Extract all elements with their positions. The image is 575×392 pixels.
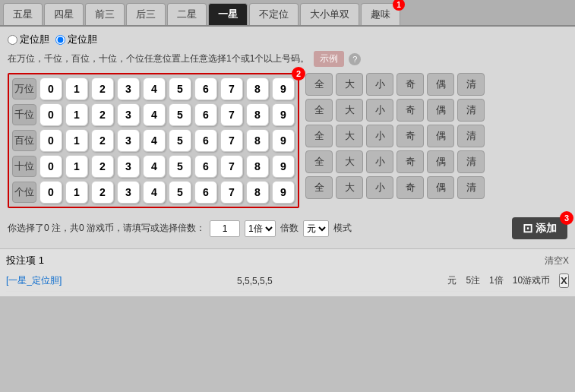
gewei-9[interactable]: 9 <box>272 181 295 204</box>
qianwei-small[interactable]: 小 <box>366 99 393 122</box>
shiwei-1[interactable]: 1 <box>65 155 88 178</box>
tab-sixing[interactable]: 四星 <box>44 3 84 25</box>
gewei-small[interactable]: 小 <box>366 176 393 199</box>
shiwei-2[interactable]: 2 <box>91 155 114 178</box>
shiwei-8[interactable]: 8 <box>246 155 269 178</box>
wanwei-1[interactable]: 1 <box>65 77 88 100</box>
wanwei-3[interactable]: 3 <box>117 77 140 100</box>
tab-yixing[interactable]: 一星 <box>208 3 248 25</box>
shiwei-7[interactable]: 7 <box>220 155 243 178</box>
gewei-odd[interactable]: 奇 <box>396 176 424 199</box>
baiwei-0[interactable]: 0 <box>39 129 62 152</box>
baiwei-2[interactable]: 2 <box>91 129 114 152</box>
shiwei-4[interactable]: 4 <box>143 155 166 178</box>
radio-dingweidan1[interactable]: 定位胆 <box>8 33 49 46</box>
multiplier-input[interactable] <box>210 220 240 237</box>
gewei-clear[interactable]: 清 <box>457 176 485 199</box>
shiwei-small[interactable]: 小 <box>366 150 393 173</box>
qianwei-5[interactable]: 5 <box>169 103 191 126</box>
tab-housan[interactable]: 后三 <box>126 3 166 25</box>
qianwei-odd[interactable]: 奇 <box>396 99 424 122</box>
help-icon[interactable]: ? <box>349 53 361 65</box>
shiwei-all[interactable]: 全 <box>305 150 333 173</box>
add-button[interactable]: ⊡ 添加 <box>512 217 567 239</box>
tab-wuxing[interactable]: 五星 <box>3 3 43 25</box>
qianwei-2[interactable]: 2 <box>91 103 114 126</box>
shiwei-clear[interactable]: 清 <box>457 150 485 173</box>
shiwei-odd[interactable]: 奇 <box>396 150 424 173</box>
qianwei-3[interactable]: 3 <box>117 103 140 126</box>
qianwei-7[interactable]: 7 <box>220 103 243 126</box>
gewei-0[interactable]: 0 <box>39 181 62 204</box>
wanwei-4[interactable]: 4 <box>143 77 166 100</box>
gewei-5[interactable]: 5 <box>169 181 191 204</box>
baiwei-9[interactable]: 9 <box>272 129 295 152</box>
qianwei-9[interactable]: 9 <box>272 103 295 126</box>
tab-budingwei[interactable]: 不定位 <box>249 3 299 25</box>
wanwei-big[interactable]: 大 <box>336 73 363 96</box>
baiwei-all[interactable]: 全 <box>305 125 333 147</box>
bet-delete-button[interactable]: X <box>559 273 569 288</box>
wanwei-5[interactable]: 5 <box>169 77 191 100</box>
baiwei-8[interactable]: 8 <box>246 129 269 152</box>
shiwei-even[interactable]: 偶 <box>427 150 454 173</box>
qianwei-0[interactable]: 0 <box>39 103 62 126</box>
tab-erxing[interactable]: 二星 <box>167 3 207 25</box>
qianwei-1[interactable]: 1 <box>65 103 88 126</box>
currency-select[interactable]: 元 <box>303 220 329 237</box>
wanwei-7[interactable]: 7 <box>220 77 243 100</box>
baiwei-5[interactable]: 5 <box>169 129 191 152</box>
qianwei-big[interactable]: 大 <box>336 99 363 122</box>
gewei-all[interactable]: 全 <box>305 176 333 199</box>
baiwei-big[interactable]: 大 <box>336 125 363 147</box>
gewei-6[interactable]: 6 <box>194 181 217 204</box>
wanwei-even[interactable]: 偶 <box>427 73 454 96</box>
wanwei-odd[interactable]: 奇 <box>396 73 424 96</box>
gewei-2[interactable]: 2 <box>91 181 114 204</box>
qianwei-all[interactable]: 全 <box>305 99 333 122</box>
shiwei-big[interactable]: 大 <box>336 150 363 173</box>
baiwei-small[interactable]: 小 <box>366 125 393 147</box>
qianwei-4[interactable]: 4 <box>143 103 166 126</box>
shiwei-0[interactable]: 0 <box>39 155 62 178</box>
right-row-2: 全 大 小 奇 偶 清 <box>305 99 485 122</box>
wanwei-all[interactable]: 全 <box>305 73 333 96</box>
gewei-7[interactable]: 7 <box>220 181 243 204</box>
gewei-8[interactable]: 8 <box>246 181 269 204</box>
gewei-big[interactable]: 大 <box>336 176 363 199</box>
gewei-4[interactable]: 4 <box>143 181 166 204</box>
times-select[interactable]: 1倍 <box>245 220 276 237</box>
wanwei-9[interactable]: 9 <box>272 77 295 100</box>
shiwei-6[interactable]: 6 <box>194 155 217 178</box>
wanwei-0[interactable]: 0 <box>39 77 62 100</box>
gewei-3[interactable]: 3 <box>117 181 140 204</box>
baiwei-3[interactable]: 3 <box>117 129 140 152</box>
baiwei-6[interactable]: 6 <box>194 129 217 152</box>
shiwei-5[interactable]: 5 <box>169 155 191 178</box>
baiwei-even[interactable]: 偶 <box>427 125 454 147</box>
baiwei-7[interactable]: 7 <box>220 129 243 152</box>
baiwei-4[interactable]: 4 <box>143 129 166 152</box>
baiwei-1[interactable]: 1 <box>65 129 88 152</box>
wanwei-8[interactable]: 8 <box>246 77 269 100</box>
tab-daxiaodanshuang[interactable]: 大小单双 <box>300 3 359 25</box>
gewei-even[interactable]: 偶 <box>427 176 454 199</box>
qianwei-clear[interactable]: 清 <box>457 99 485 122</box>
qianwei-6[interactable]: 6 <box>194 103 217 126</box>
qianwei-8[interactable]: 8 <box>246 103 269 126</box>
baiwei-odd[interactable]: 奇 <box>396 125 424 147</box>
shiwei-3[interactable]: 3 <box>117 155 140 178</box>
wanwei-small[interactable]: 小 <box>366 73 393 96</box>
shiwei-9[interactable]: 9 <box>272 155 295 178</box>
baiwei-clear[interactable]: 清 <box>457 125 485 147</box>
wanwei-6[interactable]: 6 <box>194 77 217 100</box>
wanwei-clear[interactable]: 清 <box>457 73 485 96</box>
tab-qiansan[interactable]: 前三 <box>85 3 125 25</box>
wanwei-2[interactable]: 2 <box>91 77 114 100</box>
clear-all-button[interactable]: 清空X <box>545 254 569 267</box>
bet-scroll-area[interactable]: [一星_定位胆] 5,5,5,5,5 元 5注 1倍 10游戏币 X <box>6 270 569 292</box>
qianwei-even[interactable]: 偶 <box>427 99 454 122</box>
example-button[interactable]: 示例 <box>314 51 344 67</box>
gewei-1[interactable]: 1 <box>65 181 88 204</box>
radio-dingweidan2[interactable]: 定位胆 <box>55 33 97 46</box>
